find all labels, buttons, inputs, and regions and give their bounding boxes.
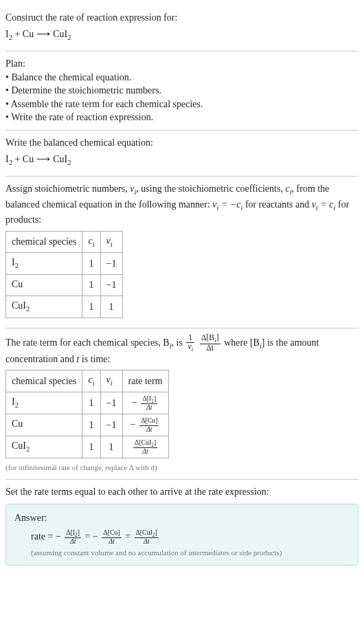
- numerator: Δ[CuI2]: [133, 439, 157, 448]
- table-header-row: chemical species ci νi: [6, 231, 123, 252]
- text: , using the stoichiometric coefficients,: [136, 183, 285, 194]
- plan-item: • Balance the chemical equation.: [5, 71, 359, 85]
- text: ]: [155, 528, 157, 536]
- text: ]: [154, 394, 156, 402]
- sign: −: [56, 531, 61, 542]
- text: Δ[B: [201, 333, 215, 342]
- balanced-equation: I2 + Cu ⟶ CuI2: [5, 153, 359, 168]
- stoich-section: Assign stoichiometric numbers, νi, using…: [5, 177, 359, 328]
- text: Cu: [12, 279, 23, 289]
- cell-species: I2: [6, 253, 82, 274]
- rateterm-text: The rate term for each chemical species,…: [5, 334, 359, 366]
- text: , is: [172, 337, 185, 347]
- rate-expression: rate = − Δ[I2] Δt = − Δ[Cu] Δt = Δ[CuI2]…: [31, 529, 350, 545]
- denominator: Δt: [141, 404, 157, 411]
- rateterm-table: chemical species ci νi rate term I2 1 −1…: [5, 370, 169, 458]
- cell-ci: 1: [82, 392, 100, 414]
- cell-nui: −1: [100, 392, 122, 414]
- plus: +: [12, 154, 23, 164]
- fraction: Δ[I2] Δt: [65, 529, 81, 545]
- table-row: I2 1 −1: [6, 253, 123, 274]
- fraction: Δ[CuI2] Δt: [135, 529, 159, 545]
- balanced-heading: Write the balanced chemical equation:: [5, 136, 359, 150]
- species: CuI: [53, 154, 67, 164]
- col-rateterm: rate term: [122, 370, 168, 392]
- cell-ci: 1: [82, 414, 100, 436]
- cell-ci: 1: [82, 296, 100, 317]
- numerator: Δ[I2]: [65, 529, 81, 538]
- balanced-section: Write the balanced chemical equation: I2…: [5, 131, 359, 177]
- stoich-text: Assign stoichiometric numbers, νi, using…: [5, 182, 359, 227]
- subscript: 2: [26, 445, 30, 453]
- numerator: Δ[I2]: [141, 395, 157, 404]
- text: CuI: [12, 300, 26, 311]
- denominator: Δt: [65, 538, 81, 545]
- species: Cu: [23, 154, 34, 164]
- text: Δt: [206, 343, 214, 353]
- cell-rateterm: − Δ[I2] Δt: [122, 392, 168, 414]
- subscript: i: [93, 240, 95, 247]
- text: ]: [216, 333, 219, 342]
- denominator: Δt: [102, 538, 121, 545]
- numerator: Δ[CuI2]: [135, 529, 159, 538]
- denominator: Δt: [139, 426, 159, 433]
- text: is time:: [79, 354, 110, 364]
- subscript: 2: [26, 305, 30, 313]
- subscript: 2: [15, 401, 19, 409]
- intro-prompt: Construct the rate of reaction expressio…: [5, 11, 359, 25]
- subscript: 2: [15, 262, 19, 269]
- subscript: 2: [67, 33, 71, 41]
- equals: =: [85, 531, 93, 542]
- plan-item: • Write the rate of reaction expression.: [5, 111, 359, 124]
- intro-equation: I2 + Cu ⟶ CuI2: [5, 27, 359, 43]
- text: Δ[Cu]: [103, 528, 120, 536]
- cell-nui: 1: [100, 436, 122, 458]
- plan-item: • Assemble the rate term for each chemic…: [5, 98, 359, 111]
- text: Δ[I: [142, 394, 151, 402]
- fraction: Δ[Cu] Δt: [102, 529, 121, 545]
- table-row: Cu 1 −1 − Δ[Cu] Δt: [6, 414, 169, 436]
- plan-item: • Determine the stoichiometric numbers.: [5, 84, 359, 98]
- subscript: i: [111, 240, 113, 247]
- fraction: Δ[I2] Δt: [141, 395, 157, 411]
- intro-section: Construct the rate of reaction expressio…: [5, 5, 359, 52]
- table-row: CuI2 1 1: [6, 296, 123, 317]
- table-header-row: chemical species ci νi rate term: [6, 370, 169, 392]
- col-species: chemical species: [6, 370, 82, 392]
- col-nui: νi: [100, 370, 122, 392]
- text: Δ[CuI: [135, 438, 151, 446]
- answer-label: Answer:: [14, 511, 350, 525]
- cell-ci: 1: [82, 253, 100, 274]
- rateterm-section: The rate term for each chemical species,…: [5, 328, 359, 480]
- fraction: Δ[Bi] Δt: [200, 334, 220, 353]
- fraction: 1 νi: [186, 334, 194, 353]
- denominator: Δt: [135, 538, 159, 545]
- species: Cu: [23, 29, 34, 39]
- table-row: Cu 1 −1: [6, 274, 123, 296]
- text: ]: [154, 438, 156, 446]
- answer-box: Answer: rate = − Δ[I2] Δt = − Δ[Cu] Δt =…: [5, 504, 359, 566]
- cell-rateterm: Δ[CuI2] Δt: [122, 436, 168, 458]
- stoich-table: chemical species ci νi I2 1 −1 Cu 1 −1 C…: [5, 231, 123, 318]
- col-ci: ci: [82, 370, 100, 392]
- text: Assign stoichiometric numbers,: [5, 183, 130, 194]
- arrow-icon: ⟶: [36, 153, 50, 166]
- table-row: I2 1 −1 − Δ[I2] Δt: [6, 392, 169, 414]
- final-section: Set the rate terms equal to each other t…: [5, 480, 359, 572]
- plan-heading: Plan:: [5, 57, 359, 71]
- final-heading: Set the rate terms equal to each other t…: [5, 485, 359, 499]
- cell-rateterm: − Δ[Cu] Δt: [122, 414, 168, 436]
- rateterm-note: (for infinitesimal rate of change, repla…: [5, 463, 359, 473]
- answer-note: (assuming constant volume and no accumul…: [31, 548, 350, 558]
- cell-nui: 1: [100, 296, 122, 317]
- cell-species: I2: [6, 392, 82, 414]
- cell-species: CuI2: [6, 436, 82, 458]
- plan-section: Plan: • Balance the chemical equation. •…: [5, 52, 359, 131]
- sign: −: [132, 397, 137, 408]
- sign: −: [130, 419, 136, 430]
- text: Δ[CuI: [136, 528, 152, 536]
- cell-nui: −1: [100, 253, 122, 274]
- species: CuI: [53, 29, 67, 39]
- col-species: chemical species: [6, 231, 82, 252]
- numerator: Δ[Cu]: [102, 529, 121, 538]
